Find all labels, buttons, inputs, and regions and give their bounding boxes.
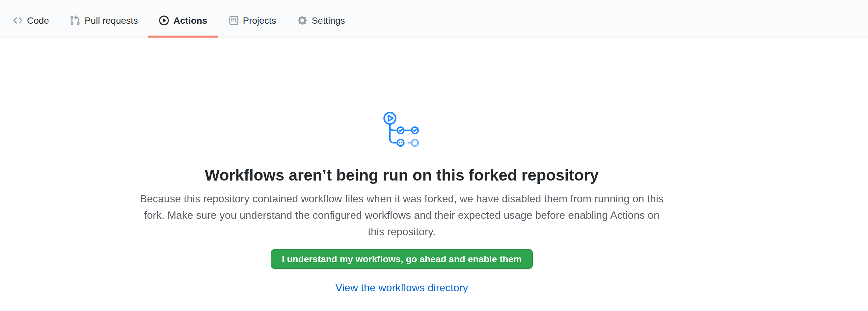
tab-projects[interactable]: Projects — [218, 5, 287, 37]
tab-pull-requests[interactable]: Pull requests — [60, 5, 149, 37]
page: Code Pull requests — [0, 0, 868, 311]
tab-code-label: Code — [27, 15, 49, 25]
repo-tab-nav: Code Pull requests — [0, 0, 868, 38]
project-icon — [228, 15, 239, 25]
tab-settings[interactable]: Settings — [287, 5, 355, 37]
workflow-graph-icon — [383, 111, 420, 148]
tab-actions-label: Actions — [174, 15, 208, 25]
tab-code[interactable]: Code — [2, 5, 60, 37]
pull-request-icon — [70, 15, 81, 25]
description-text: Because this repository contained workfl… — [134, 190, 669, 240]
actions-blankslate: Workflows aren’t being run on this forke… — [0, 38, 803, 294]
page-title: Workflows aren’t being run on this forke… — [0, 165, 803, 185]
tab-projects-label: Projects — [243, 15, 276, 25]
tab-settings-label: Settings — [312, 15, 345, 25]
view-workflows-directory-link[interactable]: View the workflows directory — [0, 282, 803, 294]
tab-actions[interactable]: Actions — [149, 5, 218, 37]
code-icon — [12, 15, 23, 25]
enable-workflows-button[interactable]: I understand my workflows, go ahead and … — [271, 249, 533, 269]
gear-icon — [297, 15, 308, 25]
play-circle-icon — [159, 15, 169, 25]
tab-pull-requests-label: Pull requests — [85, 15, 138, 25]
